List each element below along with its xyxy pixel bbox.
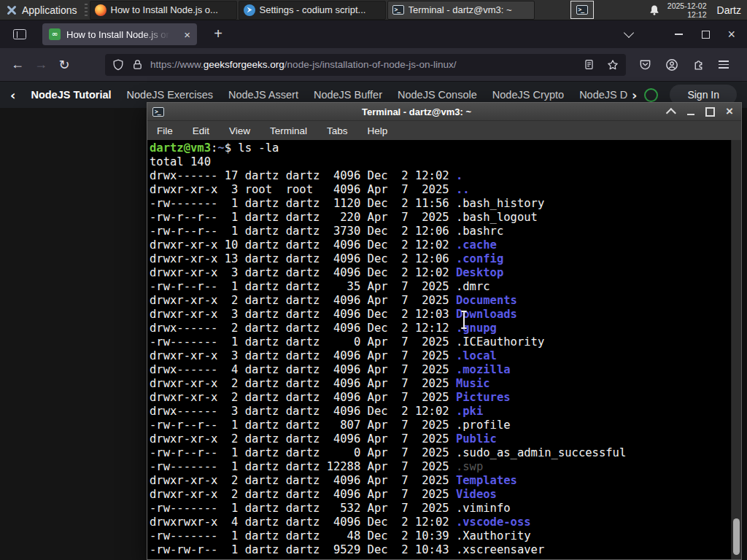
terminal-menu-help[interactable]: Help [368, 125, 388, 136]
terminal-icon [152, 107, 164, 117]
window-button-codium[interactable]: Settings - codium script... [239, 1, 386, 20]
terminal-menu-edit[interactable]: Edit [193, 125, 209, 136]
tray-terminal-icon[interactable] [570, 1, 594, 19]
pocket-icon[interactable] [639, 58, 651, 71]
menu-hamburger-icon[interactable] [719, 61, 729, 69]
panel-separator [85, 4, 88, 17]
terminal-prompt-line: dartz@vm3:~$ ls -la [150, 141, 741, 155]
search-icon[interactable] [644, 88, 658, 102]
close-window-icon[interactable]: × [726, 106, 733, 117]
file-meta: drwxr-xr-x 3 dartz dartz 4096 Dec 2 12:0… [150, 308, 456, 321]
file-meta: drwxrwxr-x 4 dartz dartz 4096 Dec 2 12:0… [150, 516, 456, 529]
terminal-line: -rw-r--r-- 1 dartz dartz 3730 Dec 2 12:0… [150, 225, 741, 238]
nav-scroll-left-icon[interactable]: ‹ [10, 88, 15, 103]
window-minimize-button[interactable] [675, 34, 683, 35]
file-meta: drwxr-xr-x 2 dartz dartz 4096 Apr 7 2025 [150, 474, 456, 487]
terminal-titlebar[interactable]: Terminal - dartz@vm3: ~ × [147, 103, 741, 120]
terminal-line: drwxr-xr-x 2 dartz dartz 4096 Apr 7 2025… [150, 294, 741, 308]
clock-time: 12:12 [667, 10, 707, 19]
site-nav-nodejs-tutorial[interactable]: NodeJS Tutorial [31, 89, 111, 101]
reader-mode-icon[interactable] [584, 59, 595, 70]
file-meta: -rw-r--r-- 1 dartz dartz 220 Apr 7 2025 [150, 211, 456, 224]
nav-scroll-right-icon[interactable]: › [632, 88, 637, 103]
terminal-menu-terminal[interactable]: Terminal [270, 125, 307, 136]
account-icon[interactable] [665, 58, 678, 71]
bookmark-star-icon[interactable] [607, 59, 619, 71]
terminal-line: drwxr-xr-x 3 dartz dartz 4096 Dec 2 12:0… [150, 266, 741, 280]
new-tab-button[interactable]: + [207, 24, 229, 44]
tab-title: How to Install Node.js on [66, 29, 170, 40]
file-meta: -rw-r--r-- 1 dartz dartz 3730 Dec 2 12:0… [150, 225, 456, 238]
list-all-tabs-chevron-icon[interactable] [624, 28, 634, 38]
maximize-window-icon[interactable] [705, 107, 715, 117]
file-name: .dmrc [456, 280, 490, 293]
terminal-line: drwxr-xr-x 2 dartz dartz 4096 Apr 7 2025… [150, 391, 741, 405]
site-nav-nodejs-crypto[interactable]: NodeJS Crypto [492, 89, 564, 101]
file-meta: drwx------ 3 dartz dartz 4096 Dec 2 12:0… [150, 405, 456, 418]
window-button-firefox[interactable]: How to Install Node.js o... [90, 1, 237, 20]
window-button-label: Settings - codium script... [260, 4, 366, 15]
terminal-line: drwxr-xr-x 3 dartz dartz 4096 Dec 2 12:0… [150, 308, 741, 322]
file-meta: -rw------- 1 dartz dartz 12288 Apr 7 202… [150, 460, 456, 473]
prompt-user-host: dartz@vm3 [150, 141, 211, 155]
window-button-terminal[interactable]: Terminal - dartz@vm3: ~ [387, 1, 535, 20]
minimize-window-icon[interactable] [687, 114, 694, 115]
file-name: .bashrc [456, 225, 503, 238]
terminal-menu-view[interactable]: View [229, 125, 250, 136]
url-text: https://www.geeksforgeeks.org/node-js/in… [150, 59, 584, 70]
file-meta: drwxr-xr-x 2 dartz dartz 4096 Apr 7 2025 [150, 488, 456, 501]
url-bar[interactable]: https://www.geeksforgeeks.org/node-js/in… [105, 54, 626, 76]
file-name: Documents [456, 294, 517, 307]
geeksforgeeks-favicon: ∞ [49, 28, 61, 40]
terminal-listing: drwx------ 17 dartz dartz 4096 Dec 2 12:… [150, 169, 741, 557]
file-meta: -rw-rw-r-- 1 dartz dartz 9529 Dec 2 10:4… [150, 543, 456, 556]
site-nav-nodejs-buffer[interactable]: NodeJS Buffer [314, 89, 382, 101]
terminal-menu-file[interactable]: File [157, 125, 173, 136]
file-name: .bash_history [456, 197, 544, 210]
bell-icon[interactable] [649, 4, 660, 16]
window-close-button[interactable]: × [727, 28, 735, 40]
file-meta: drwx------ 17 dartz dartz 4096 Dec 2 12:… [150, 169, 456, 182]
panel-clock[interactable]: 2025-12-02 12:12 [667, 1, 707, 19]
shield-icon[interactable] [112, 59, 124, 71]
file-meta: drwxr-xr-x 10 dartz dartz 4096 Dec 2 12:… [150, 238, 456, 252]
window-maximize-button[interactable] [702, 31, 710, 39]
applications-menu-button[interactable]: Applications [0, 0, 83, 20]
terminal-total-line: total 140 [150, 155, 741, 169]
lock-icon[interactable] [132, 59, 143, 70]
terminal-scrollbar-track[interactable] [731, 140, 741, 559]
toolbar-right-icons [639, 58, 729, 71]
site-nav-nodejs-exercises[interactable]: NodeJS Exercises [127, 89, 213, 101]
panel-user-label[interactable]: Dartz [717, 4, 741, 16]
clock-date: 2025-12-02 [667, 1, 707, 10]
prompt-cwd: ~ [217, 141, 224, 155]
file-meta: drwxr-xr-x 2 dartz dartz 4096 Apr 7 2025 [150, 391, 456, 404]
url-path: /node-js/installation-of-node-js-on-linu… [285, 59, 457, 70]
terminal-window-controls: × [669, 106, 733, 117]
tab-close-icon[interactable]: × [184, 29, 190, 40]
terminal-line: drwxr-xr-x 13 dartz dartz 4096 Dec 2 12:… [150, 252, 741, 266]
terminal-menu-tabs[interactable]: Tabs [327, 125, 348, 136]
file-name: .viminfo [456, 502, 511, 515]
site-nav-nodejs-assert[interactable]: NodeJS Assert [228, 89, 298, 101]
terminal-menubar: FileEditViewTerminalTabsHelp [147, 120, 741, 140]
forward-button[interactable]: → [29, 57, 53, 72]
terminal-line: drwxr-xr-x 2 dartz dartz 4096 Apr 7 2025… [150, 377, 741, 391]
file-meta: drwxr-xr-x 2 dartz dartz 4096 Apr 7 2025 [150, 377, 456, 390]
file-name: .Xauthority [456, 529, 531, 542]
file-meta: drwxr-xr-x 3 root root 4096 Apr 7 2025 [150, 183, 456, 196]
site-nav-nodejs-console[interactable]: NodeJS Console [398, 89, 477, 101]
file-meta: drwxr-xr-x 2 dartz dartz 4096 Apr 7 2025 [150, 294, 456, 307]
file-name: .bash_logout [456, 211, 538, 224]
browser-tab-active[interactable]: ∞ How to Install Node.js on × [42, 23, 197, 45]
terminal-line: drwxr-xr-x 10 dartz dartz 4096 Dec 2 12:… [150, 238, 741, 252]
reload-button[interactable]: ↻ [53, 57, 76, 73]
terminal-line: -rw------- 1 dartz dartz 48 Dec 2 10:39 … [150, 529, 741, 543]
terminal-scrollbar-thumb[interactable] [733, 518, 740, 555]
firefox-view-button[interactable] [9, 25, 31, 44]
extensions-puzzle-icon[interactable] [692, 58, 705, 71]
terminal-output[interactable]: dartz@vm3:~$ ls -la total 140 drwx------… [147, 140, 741, 559]
browser-toolbar: ← → ↻ https://www.geeksforgeeks.org/node… [0, 48, 747, 82]
terminal-line: -rw------- 1 dartz dartz 1120 Dec 2 11:5… [150, 197, 741, 211]
back-button[interactable]: ← [6, 57, 29, 72]
